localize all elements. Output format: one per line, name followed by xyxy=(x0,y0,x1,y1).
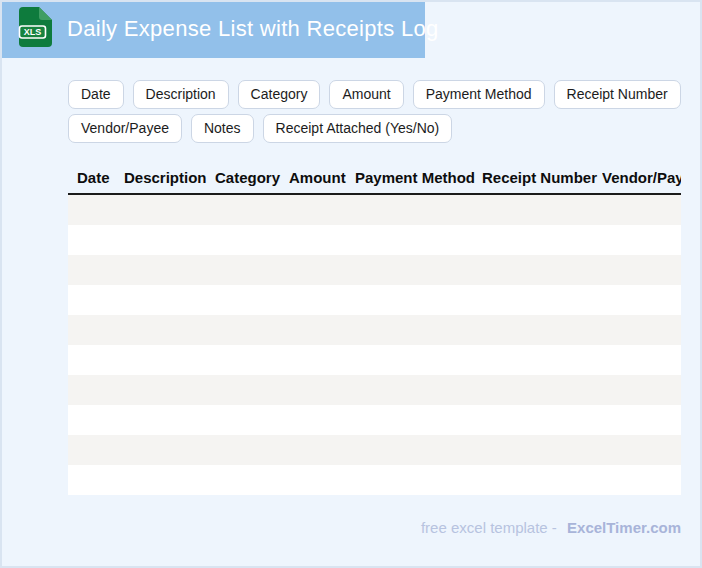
table-row xyxy=(68,435,681,465)
table-row xyxy=(68,285,681,315)
field-chip[interactable]: Notes xyxy=(191,114,254,143)
table-row xyxy=(68,375,681,405)
column-header: Description xyxy=(124,169,215,186)
field-chip[interactable]: Receipt Attached (Yes/No) xyxy=(263,114,453,143)
column-header: Receipt Number xyxy=(482,169,602,186)
footer-brand-link[interactable]: ExcelTimer.com xyxy=(567,519,681,536)
column-header: Amount xyxy=(289,169,355,186)
field-chips: DateDescriptionCategoryAmountPayment Met… xyxy=(68,80,702,143)
field-chip[interactable]: Amount xyxy=(329,80,403,109)
table-row xyxy=(68,255,681,285)
xls-file-icon: XLS xyxy=(18,7,52,51)
table-row xyxy=(68,345,681,375)
field-chip[interactable]: Vendor/Payee xyxy=(68,114,182,143)
xls-icon-label: XLS xyxy=(24,27,42,37)
page-title: Daily Expense List with Receipts Log xyxy=(67,16,439,42)
table-row xyxy=(68,315,681,345)
field-chip[interactable]: Receipt Number xyxy=(554,80,681,109)
table-row xyxy=(68,195,681,225)
field-chip[interactable]: Payment Method xyxy=(413,80,545,109)
table-row xyxy=(68,405,681,435)
column-header: Date xyxy=(77,169,124,186)
table-row xyxy=(68,225,681,255)
column-header: Category xyxy=(215,169,289,186)
column-header: Vendor/Payee xyxy=(602,169,681,186)
field-chip[interactable]: Description xyxy=(133,80,229,109)
table-row xyxy=(68,465,681,495)
footer: free excel template - ExcelTimer.com xyxy=(68,519,681,536)
template-preview-page: XLS Daily Expense List with Receipts Log… xyxy=(0,0,702,568)
table-header-row: DateDescriptionCategoryAmountPayment Met… xyxy=(68,169,681,195)
field-chip[interactable]: Category xyxy=(238,80,321,109)
column-header: Payment Method xyxy=(355,169,482,186)
table-body xyxy=(68,195,681,495)
field-chip[interactable]: Date xyxy=(68,80,124,109)
footer-label: free excel template - xyxy=(421,519,557,536)
header-bar: XLS Daily Expense List with Receipts Log xyxy=(0,0,425,58)
expense-table: DateDescriptionCategoryAmountPayment Met… xyxy=(68,169,681,495)
